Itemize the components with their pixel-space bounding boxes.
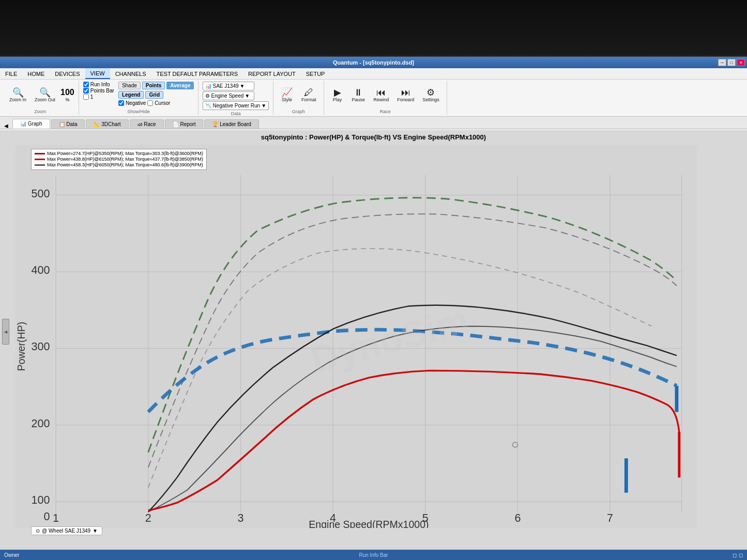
neg-cursor: Negative Cursor [118,100,194,106]
tab-race-icon: 🏎 [138,121,143,127]
title-bar: Quantum - [sq5tonypinto.dsd] ─ □ ✕ [0,57,747,68]
neg-power-run-dropdown[interactable]: 📉 Negative Power Run ▼ [203,101,269,110]
app-window: Quantum - [sq5tonypinto.dsd] ─ □ ✕ FILE … [0,56,747,560]
status-icon-1: ◻ [733,552,737,558]
svg-text:Power(HP): Power(HP) [16,322,27,371]
sidebar-handle[interactable]: ◀ [2,319,9,345]
tab-report[interactable]: 📄 Report [165,119,204,129]
tab-3dchart[interactable]: 📐 3DChart [86,119,128,129]
menu-report-layout[interactable]: REPORT LAYOUT [243,68,301,79]
race-label: Race [380,108,391,114]
legend-box: Max Power=274.7(HP)@5350(RPM); Max Torqu… [31,149,207,170]
close-button[interactable]: ✕ [737,59,745,66]
showhide-right: Shade Points Average Legend Grid Negativ… [118,82,194,106]
play-icon: ▶ [334,88,341,97]
data-controls: 📊 SAE J1349 ▼ ⚙ Engine Speed ▼ 📉 Negativ… [203,82,269,110]
nav-arrows: ◀ [4,123,8,129]
menu-test-defaults[interactable]: TEST DEFAULT PARAMETERS [151,68,243,79]
zoom-out-button[interactable]: 🔍 Zoom Out [32,87,58,103]
svg-text:Engine Speed(RPMx1000): Engine Speed(RPMx1000) [309,519,429,528]
pause-button[interactable]: ⏸ Pause [349,87,369,103]
status-bar: Owner Run Info Bar ◻ ◻ [0,550,747,560]
owner-label: Owner [4,552,19,558]
sae-icon: 📊 [205,83,211,89]
settings-icon: ⚙ [426,88,435,97]
window-title: Quantum - [sq5tonypinto.dsd] [333,59,414,66]
tab-report-icon: 📄 [173,121,179,127]
wheel-dropdown[interactable]: ▼ [93,528,98,534]
svg-text:300: 300 [32,340,50,353]
svg-text:6: 6 [514,512,521,524]
top-bezel [0,0,747,57]
svg-text:2: 2 [145,512,151,524]
svg-text:7: 7 [607,512,613,524]
svg-rect-0 [16,145,697,528]
svg-text:100: 100 [32,494,50,506]
run-info-bar: Run Info Bar [359,552,388,558]
forward-icon: ⏭ [401,88,410,97]
negative-checkbox[interactable]: Negative [118,100,146,106]
ribbon: 🔍 Zoom In 🔍 Zoom Out 100 % Zoom Ru [0,80,747,117]
tab-lb-icon: 🏆 [212,121,218,127]
format-button[interactable]: 🖊 Format [298,87,319,103]
shade-points-avg: Shade Points Average [118,82,194,89]
style-button[interactable]: 📈 Style [278,87,296,103]
zoom-controls: 🔍 Zoom In 🔍 Zoom Out 100 % [6,82,74,108]
legend-item-1: Max Power=274.7(HP)@5350(RPM); Max Torqu… [35,151,203,156]
engine-chevron: ▼ [245,93,250,99]
race-group: ▶ Play ⏸ Pause ⏮ Rewind ⏭ Forward ⚙ Se [324,81,447,115]
data-group: 📊 SAE J1349 ▼ ⚙ Engine Speed ▼ 📉 Negativ… [199,81,273,115]
svg-text:200: 200 [32,417,50,430]
engine-icon: ⚙ [205,93,210,99]
style-icon: 📈 [281,88,293,97]
zoom-label: Zoom [34,108,46,114]
play-button[interactable]: ▶ Play [328,87,347,103]
svg-text:400: 400 [32,264,50,276]
graph-label: Graph [292,108,305,114]
points-bar-checkbox[interactable]: Points Bar [83,88,114,94]
settings-button[interactable]: ⚙ Settings [419,87,443,103]
item1-checkbox[interactable]: 1 [83,94,114,100]
tab-race[interactable]: 🏎 Race [130,119,164,129]
neg-power-chevron: ▼ [261,103,266,108]
cursor-checkbox[interactable]: Cursor [147,100,170,106]
points-button[interactable]: Points [142,82,165,89]
legend-grid: Legend Grid [118,91,194,99]
legend-button[interactable]: Legend [118,91,144,99]
svg-text:3: 3 [237,512,243,524]
menu-file[interactable]: FILE [0,68,22,79]
zoom-out-icon: 🔍 [39,88,51,97]
grid-button[interactable]: Grid [145,91,163,99]
zoom-percent: 100 % [60,88,74,102]
menu-view[interactable]: VIEW [85,68,110,79]
race-controls: ▶ Play ⏸ Pause ⏮ Rewind ⏭ Forward ⚙ Se [328,82,443,108]
maximize-button[interactable]: □ [727,59,736,66]
menu-setup[interactable]: SETUP [301,68,330,79]
tab-graph[interactable]: 📊 Graph [12,119,50,129]
menu-home[interactable]: HOME [22,68,50,79]
forward-button[interactable]: ⏭ Forward [394,87,417,103]
menu-channels[interactable]: CHANNELS [110,68,151,79]
tab-data[interactable]: 📋 Data [51,119,85,129]
rewind-button[interactable]: ⏮ Rewind [370,87,392,103]
legend-item-3: Max Power=458.3(HP)@6050(RPM); Max Torqu… [35,162,203,167]
minimize-button[interactable]: ─ [718,59,726,66]
tab-graph-icon: 📊 [20,121,26,127]
legend-line-3 [35,164,45,166]
sae-dropdown[interactable]: 📊 SAE J1349 ▼ [203,82,254,90]
engine-speed-dropdown[interactable]: ⚙ Engine Speed ▼ [203,91,254,100]
wheel-label: @ Wheel SAE J1349 [42,528,90,534]
left-nav-arrow[interactable]: ◀ [4,123,8,129]
menu-devices[interactable]: DEVICES [50,68,85,79]
pause-icon: ⏸ [354,88,363,97]
shade-button[interactable]: Shade [118,82,141,89]
tab-leaderboard[interactable]: 🏆 Leader Board [204,119,258,129]
showhide-group: Run Info Points Bar 1 Shade Points Avera… [79,81,199,115]
zoom-in-button[interactable]: 🔍 Zoom In [6,87,29,103]
average-button[interactable]: Average [166,82,194,89]
zoom-group: 🔍 Zoom In 🔍 Zoom Out 100 % Zoom [2,81,79,115]
run-info-checkbox[interactable]: Run Info [83,82,114,87]
legend-item-2: Max Power=438.8(HP)@6150(RPM); Max Torqu… [35,157,203,162]
showhide-left: Run Info Points Bar 1 [83,82,114,100]
svg-text:0: 0 [43,510,50,523]
